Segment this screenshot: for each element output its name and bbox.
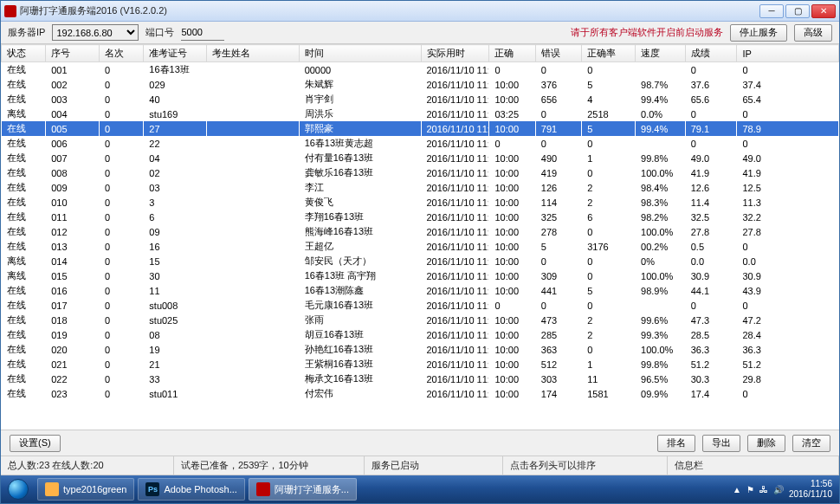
rank-button[interactable]: 排名	[657, 435, 695, 452]
table-row[interactable]: 在线00602216春13班黄志超2016/11/10 11:31:190000…	[2, 136, 839, 151]
table-cell: 12.6	[685, 180, 737, 195]
table-cell: 30.9	[737, 268, 839, 283]
export-button[interactable]: 导出	[702, 435, 740, 452]
table-row[interactable]: 在线003040肖宇剑2016/11/10 11:50:1210:0065649…	[2, 92, 839, 107]
table-cell: 32.2	[737, 210, 839, 224]
table-cell: 37.6	[685, 77, 737, 92]
column-header[interactable]: 正确率	[582, 45, 636, 62]
table-cell: 2016/11/10 11:31:19	[421, 136, 489, 151]
data-table-wrap[interactable]: 状态序号名次准考证号考生姓名时间实际用时正确错误正确率速度成绩IP 在线0010…	[1, 44, 839, 430]
system-tray[interactable]: ▲ ⚑ 🖧 🔊 11:56 2016/11/10	[726, 479, 839, 500]
table-cell: 在线	[2, 195, 46, 210]
table-cell: 16春13潮陈鑫	[299, 283, 421, 298]
table-cell	[206, 92, 299, 107]
table-cell	[206, 298, 299, 313]
table-cell: 0	[737, 107, 839, 121]
port-input[interactable]	[181, 25, 224, 41]
table-cell: 0	[582, 224, 636, 239]
table-cell	[206, 283, 299, 298]
table-row[interactable]: 在线007004付有量16春13班2016/11/10 11:40:1310:0…	[2, 151, 839, 165]
table-cell: 5	[535, 239, 581, 254]
table-row[interactable]: 在线01003黄俊飞2016/11/10 11:48:5910:00114298…	[2, 195, 839, 210]
table-cell: 99.6%	[636, 313, 686, 327]
taskbar-item-explorer[interactable]: type2016green	[37, 478, 134, 501]
column-header[interactable]: 状态	[2, 45, 46, 62]
table-cell: 0	[100, 224, 144, 239]
app-icon	[4, 5, 16, 17]
table-cell: 0	[582, 165, 636, 180]
server-ip-select[interactable]: 192.168.6.80	[52, 24, 139, 41]
toolbar-notice: 请于所有客户端软件开启前启动服务	[571, 26, 723, 39]
table-cell: 2	[582, 195, 636, 210]
table-row[interactable]: 在线012009熊海峰16春13班2016/11/10 11:38:0710:0…	[2, 224, 839, 239]
table-row[interactable]: 在线0020029朱斌辉2016/11/10 11:51:0410:003765…	[2, 77, 839, 92]
table-row[interactable]: 在线019008胡豆16春13班2016/11/10 11:32:5610:00…	[2, 327, 839, 342]
column-header[interactable]: 成绩	[685, 45, 737, 62]
table-row[interactable]: 在线022033梅承文16春13班2016/11/10 11:44:0810:0…	[2, 372, 839, 386]
table-cell	[206, 327, 299, 342]
table-row[interactable]: 离线014015邹安民（天才）2016/11/10 11:38:4510:000…	[2, 254, 839, 268]
table-cell: 29.8	[737, 372, 839, 386]
table-cell: 10:00	[489, 151, 535, 165]
column-header[interactable]: 速度	[636, 45, 686, 62]
table-row[interactable]: 离线01503016春13班 高宇翔2016/11/10 11:39:4410:…	[2, 268, 839, 283]
table-cell: 100.0%	[636, 224, 686, 239]
table-cell: 2016/11/10 11:44:26	[421, 107, 489, 121]
delete-button[interactable]: 删除	[747, 435, 785, 452]
settings-button[interactable]: 设置(S)	[10, 435, 61, 452]
table-row[interactable]: 在线013016王超亿2016/11/10 11:50:2210:0053176…	[2, 239, 839, 254]
table-row[interactable]: 在线020019孙艳红16春13班2016/11/10 11:46:3510:0…	[2, 342, 839, 357]
table-row[interactable]: 在线0170stu008毛元康16春13班2016/11/10 11:24:10…	[2, 298, 839, 313]
table-cell: 王超亿	[299, 239, 421, 254]
minimize-button[interactable]: ─	[759, 4, 784, 18]
table-cell: 002	[46, 77, 100, 92]
table-row[interactable]: 在线005027郭熙豪2016/11/10 11:44:3510:0079159…	[2, 121, 839, 136]
table-row[interactable]: 在线001016春13班000002016/11/10 11:54:450000…	[2, 62, 839, 78]
column-header[interactable]: 错误	[535, 45, 581, 62]
column-header[interactable]: 考生姓名	[206, 45, 299, 62]
column-header[interactable]: 实际用时	[421, 45, 489, 62]
table-cell: 016	[46, 283, 100, 298]
start-button[interactable]	[1, 475, 36, 503]
table-row[interactable]: 离线0040stu169周洪乐2016/11/10 11:44:2603:250…	[2, 107, 839, 121]
close-button[interactable]: ✕	[811, 4, 836, 18]
table-row[interactable]: 在线021021王紫桐16春13班2016/11/10 11:46:3310:0…	[2, 357, 839, 372]
taskbar-item-app[interactable]: 阿珊打字通服务...	[249, 478, 357, 501]
column-header[interactable]: 时间	[299, 45, 421, 62]
table-cell: 2016/11/10 11:32:56	[421, 327, 489, 342]
column-header[interactable]: IP	[737, 45, 839, 62]
table-cell: 梅承文16春13班	[299, 372, 421, 386]
table-row[interactable]: 在线008002龚敏乐16春13班2016/11/10 11:41:0810:0…	[2, 165, 839, 180]
clear-button[interactable]: 清空	[792, 435, 830, 452]
server-ip-label: 服务器IP	[8, 26, 45, 39]
column-header[interactable]: 准考证号	[144, 45, 207, 62]
table-cell: 98.3%	[636, 195, 686, 210]
tray-network-icon[interactable]: 🖧	[759, 485, 768, 494]
tray-up-icon[interactable]: ▲	[733, 485, 741, 494]
maximize-button[interactable]: ▢	[785, 4, 810, 18]
table-cell: 98.2%	[636, 210, 686, 224]
table-cell: 419	[535, 165, 581, 180]
column-header[interactable]: 正确	[489, 45, 535, 62]
tray-volume-icon[interactable]: 🔊	[773, 485, 784, 494]
clock[interactable]: 11:56 2016/11/10	[789, 479, 832, 500]
table-cell: 2016/11/10 11:40:13	[421, 151, 489, 165]
column-header[interactable]: 序号	[46, 45, 100, 62]
table-cell: 李翔16春13班	[299, 210, 421, 224]
table-row[interactable]: 在线0180stu025张雨2016/11/10 11:33:5610:0047…	[2, 313, 839, 327]
table-row[interactable]: 在线01106李翔16春13班2016/11/10 11:50:4710:003…	[2, 210, 839, 224]
table-cell: 10:00	[489, 165, 535, 180]
table-cell: 10:00	[489, 342, 535, 357]
tray-flag-icon[interactable]: ⚑	[746, 485, 754, 494]
table-cell: 0	[737, 62, 839, 78]
taskbar-item-photoshop[interactable]: PsAdobe Photosh...	[138, 478, 244, 501]
table-cell: 0	[100, 342, 144, 357]
table-cell: 在线	[2, 77, 46, 92]
table-cell: 0	[100, 107, 144, 121]
advanced-button[interactable]: 高级	[794, 24, 832, 42]
table-row[interactable]: 在线009003李江2016/11/10 11:38:5710:00126298…	[2, 180, 839, 195]
table-row[interactable]: 在线01601116春13潮陈鑫2016/11/10 11:46:5910:00…	[2, 283, 839, 298]
table-row[interactable]: 在线0230stu011付宏伟2016/11/10 11:40:2410:001…	[2, 386, 839, 401]
stop-service-button[interactable]: 停止服务	[730, 24, 787, 42]
column-header[interactable]: 名次	[100, 45, 144, 62]
